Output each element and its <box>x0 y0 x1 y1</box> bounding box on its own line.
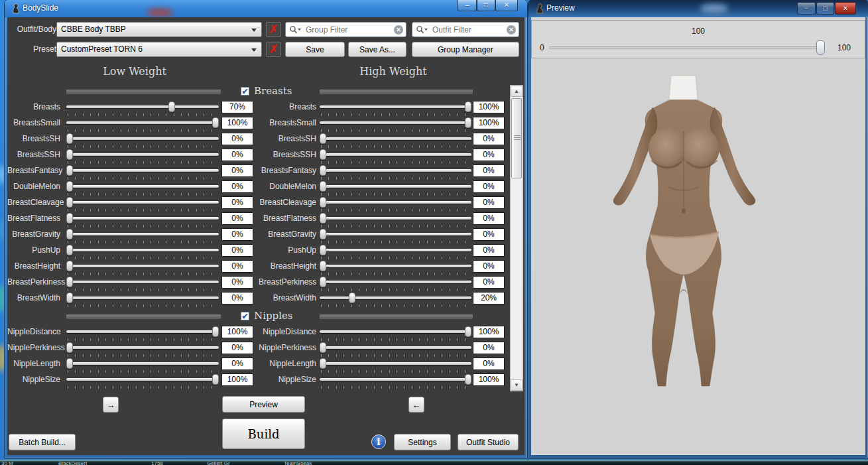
slider-track[interactable] <box>320 362 471 365</box>
outfit-studio-button[interactable]: Outfit Studio <box>458 434 519 450</box>
slider-low[interactable] <box>66 149 219 163</box>
vertical-scrollbar[interactable]: ▲ ▼ <box>510 85 523 391</box>
slider-track[interactable] <box>320 378 471 381</box>
slider-thumb[interactable] <box>66 197 73 208</box>
slider-low[interactable] <box>66 213 219 227</box>
slider-track[interactable] <box>66 346 219 349</box>
section-checkbox[interactable]: ✔ <box>241 87 249 96</box>
slider-value-input[interactable]: 0% <box>473 244 505 257</box>
weight-slider[interactable] <box>549 40 825 56</box>
slider-track[interactable] <box>320 121 471 124</box>
slider-value-input[interactable]: 0% <box>473 228 505 241</box>
slider-low[interactable] <box>66 261 219 275</box>
taskbar-item[interactable]: TeamSpeak <box>284 460 312 465</box>
save-button[interactable]: Save <box>285 42 345 57</box>
slider-value-input[interactable]: 0% <box>221 180 253 193</box>
slider-high[interactable] <box>320 358 471 372</box>
slider-track[interactable] <box>320 217 471 220</box>
slider-low[interactable] <box>66 326 219 340</box>
slider-track[interactable] <box>66 233 219 235</box>
slider-high[interactable] <box>320 101 471 115</box>
outfit-filter-input[interactable] <box>432 24 504 35</box>
slider-value-input[interactable]: 0% <box>473 180 505 193</box>
slider-value-input[interactable]: 0% <box>473 133 505 145</box>
slider-thumb[interactable] <box>320 358 326 369</box>
slider-track[interactable] <box>320 249 471 251</box>
slider-low[interactable] <box>66 342 219 356</box>
slider-track[interactable] <box>66 330 219 333</box>
slider-value-input[interactable]: 70% <box>221 101 253 113</box>
preview-titlebar[interactable]: Preview – □ ✕ <box>528 0 868 17</box>
slider-thumb[interactable] <box>320 181 326 192</box>
clear-filter-icon[interactable]: ✕ <box>394 25 403 34</box>
maximize-button[interactable]: □ <box>816 2 834 15</box>
slider-track[interactable] <box>66 137 219 140</box>
slider-thumb[interactable] <box>66 245 73 255</box>
slider-track[interactable] <box>320 105 471 108</box>
slider-low[interactable] <box>66 229 219 243</box>
slider-value-input[interactable]: 0% <box>473 196 505 209</box>
clear-filter-icon[interactable]: ✕ <box>507 25 516 34</box>
scroll-down-button[interactable]: ▼ <box>511 379 523 391</box>
slider-thumb[interactable] <box>465 326 471 337</box>
slider-value-input[interactable]: 20% <box>473 292 505 304</box>
slider-track[interactable] <box>66 249 219 251</box>
taskbar-item[interactable]: 30 M <box>1 460 13 465</box>
maximize-button[interactable]: □ <box>477 0 495 11</box>
slider-track[interactable] <box>66 105 219 108</box>
outfit-body-dropdown[interactable]: CBBE Body TBBP <box>56 22 262 37</box>
slider-track[interactable] <box>320 330 471 333</box>
slider-value-input[interactable]: 0% <box>221 228 253 241</box>
slider-thumb[interactable] <box>465 101 471 112</box>
slider-track[interactable] <box>66 217 219 220</box>
slider-thumb[interactable] <box>66 293 73 303</box>
slider-thumb[interactable] <box>320 261 326 271</box>
search-icon[interactable] <box>416 25 429 34</box>
slider-high[interactable] <box>320 374 471 388</box>
slider-track[interactable] <box>320 153 471 156</box>
slider-track[interactable] <box>66 201 219 204</box>
weight-slider-track[interactable] <box>549 46 825 49</box>
slider-thumb[interactable] <box>320 213 326 224</box>
slider-value-input[interactable]: 0% <box>221 133 253 145</box>
preview-button[interactable]: Preview <box>222 396 305 413</box>
slider-track[interactable] <box>66 281 219 283</box>
slider-value-input[interactable]: 0% <box>221 196 253 209</box>
slider-high[interactable] <box>320 117 471 131</box>
slider-value-input[interactable]: 100% <box>473 373 505 386</box>
slider-high[interactable] <box>320 245 471 259</box>
slider-thumb[interactable] <box>320 165 326 176</box>
slider-thumb[interactable] <box>320 197 326 208</box>
slider-value-input[interactable]: 0% <box>221 292 253 304</box>
slider-low[interactable] <box>66 245 219 259</box>
slider-high[interactable] <box>320 326 471 340</box>
slider-track[interactable] <box>320 169 471 172</box>
slider-thumb[interactable] <box>320 229 326 239</box>
slider-track[interactable] <box>66 153 219 156</box>
slider-track[interactable] <box>320 346 471 349</box>
settings-button[interactable]: Settings <box>394 434 451 450</box>
slider-value-input[interactable]: 0% <box>221 358 253 370</box>
slider-track[interactable] <box>320 137 471 140</box>
slider-high[interactable] <box>320 133 471 147</box>
taskbar-item[interactable]: BlackDesert <box>58 460 87 465</box>
minimize-button[interactable]: – <box>458 0 477 11</box>
slider-value-input[interactable]: 100% <box>473 101 505 113</box>
search-icon[interactable] <box>289 25 302 34</box>
slider-track[interactable] <box>320 201 471 204</box>
slider-value-input[interactable]: 100% <box>473 117 505 129</box>
slider-thumb[interactable] <box>66 149 73 160</box>
slider-value-input[interactable]: 0% <box>473 358 505 370</box>
slider-track[interactable] <box>66 362 219 365</box>
scroll-up-button[interactable]: ▲ <box>511 86 523 97</box>
slider-low[interactable] <box>66 101 219 115</box>
body-model-render[interactable] <box>597 74 789 388</box>
slider-low[interactable] <box>66 133 219 147</box>
slider-track[interactable] <box>320 185 471 188</box>
close-button[interactable]: ✕ <box>495 0 518 11</box>
slider-track[interactable] <box>66 169 219 172</box>
slider-value-input[interactable]: 0% <box>221 149 253 161</box>
slider-track[interactable] <box>66 378 219 381</box>
slider-value-input[interactable]: 0% <box>221 212 253 225</box>
slider-value-input[interactable]: 0% <box>473 342 505 354</box>
